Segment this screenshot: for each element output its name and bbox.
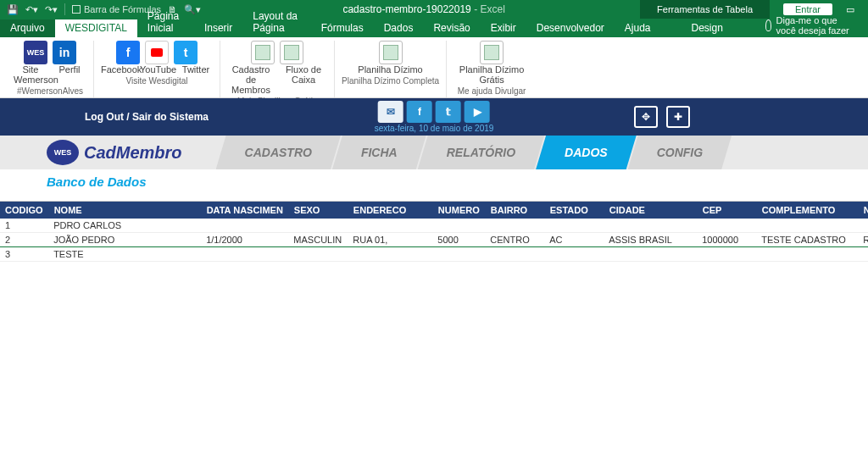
facebook-icon[interactable]: f bbox=[116, 41, 140, 64]
cell[interactable]: 2 bbox=[0, 233, 48, 247]
cell[interactable] bbox=[288, 219, 348, 233]
cell[interactable] bbox=[348, 219, 432, 233]
col-header[interactable]: CIDADE bbox=[604, 202, 697, 219]
sheet-icon[interactable] bbox=[280, 41, 303, 64]
cell[interactable]: CENTRO bbox=[485, 233, 544, 247]
section-title: Banco de Dados bbox=[0, 169, 868, 192]
cell[interactable] bbox=[544, 219, 604, 233]
tab-review[interactable]: Revisão bbox=[423, 19, 480, 37]
sheet-icon[interactable] bbox=[480, 41, 504, 64]
cell[interactable] bbox=[485, 247, 544, 262]
col-header[interactable]: NOME bbox=[48, 202, 201, 219]
cell[interactable]: RUA 01, bbox=[348, 233, 432, 247]
nav-tab-dados[interactable]: DADOS bbox=[536, 136, 637, 169]
cell[interactable] bbox=[697, 247, 756, 262]
tab-developer[interactable]: Desenvolvedor bbox=[526, 19, 615, 37]
linkedin-icon[interactable]: in bbox=[53, 41, 76, 64]
tell-me-box[interactable]: Diga-me o que você deseja fazer bbox=[754, 15, 868, 37]
sheet-icon[interactable] bbox=[379, 41, 403, 64]
table-row[interactable]: 3TESTE bbox=[0, 247, 868, 262]
cell[interactable] bbox=[858, 219, 868, 233]
tab-design[interactable]: Design bbox=[661, 19, 754, 37]
nav-tab-cadastro[interactable]: CADASTRO bbox=[216, 136, 341, 169]
cell[interactable]: ASSIS BRASIL bbox=[604, 233, 697, 247]
cell[interactable] bbox=[756, 247, 858, 262]
cell[interactable] bbox=[201, 247, 288, 262]
twitter-icon[interactable]: t bbox=[174, 41, 198, 64]
cell[interactable]: JOÃO PEDRO bbox=[48, 233, 201, 247]
cell[interactable]: RIO DE JA bbox=[858, 233, 868, 247]
table-row[interactable]: 2JOÃO PEDRO1/1/2000MASCULINRUA 01,5000CE… bbox=[0, 233, 868, 247]
cell[interactable] bbox=[348, 247, 432, 262]
tab-wesdigital[interactable]: WESDIGITAL bbox=[55, 19, 137, 37]
tab-file[interactable]: Arquivo bbox=[0, 19, 55, 37]
cell[interactable]: 1000000 bbox=[697, 233, 756, 247]
col-header[interactable]: ESTADO bbox=[544, 202, 604, 219]
nav-tab-relatório[interactable]: RELATÓRIO bbox=[418, 136, 544, 169]
col-header[interactable]: NUMERO bbox=[432, 202, 485, 219]
cell[interactable]: PDRO CARLOS bbox=[48, 219, 201, 233]
undo-icon[interactable]: ↶▾ bbox=[25, 4, 38, 15]
ribbon-caption: Planilha Dízimo Completa bbox=[342, 76, 439, 86]
ribbon-display-icon[interactable]: ▭ bbox=[846, 4, 854, 15]
col-header[interactable]: DATA NASCIMEN bbox=[201, 202, 288, 219]
youtube-icon[interactable]: ▶ bbox=[465, 101, 490, 123]
ribbon-label: Planilha Dízimo Grátis bbox=[453, 64, 530, 85]
table-row[interactable]: 1PDRO CARLOS bbox=[0, 219, 868, 233]
youtube-icon[interactable] bbox=[145, 41, 169, 64]
wes-site-icon[interactable]: WES bbox=[24, 41, 47, 64]
cell[interactable] bbox=[432, 219, 485, 233]
ribbon-group-dizimo: Planilha Dízimo Planilha Dízimo Completa bbox=[335, 41, 447, 97]
cell[interactable] bbox=[697, 219, 756, 233]
cell[interactable] bbox=[604, 219, 697, 233]
tab-view[interactable]: Exibir bbox=[481, 19, 526, 37]
cell[interactable]: AC bbox=[544, 233, 604, 247]
cell[interactable]: MASCULIN bbox=[288, 233, 348, 247]
cell[interactable]: 3 bbox=[0, 247, 48, 262]
nav-tab-config[interactable]: CONFIG bbox=[628, 136, 732, 169]
col-header[interactable]: CEP bbox=[697, 202, 756, 219]
quick-access-toolbar: 💾 ↶▾ ↷▾ Barra de Fórmulas 🗎 🔍▾ bbox=[0, 3, 208, 15]
tab-insert[interactable]: Inserir bbox=[194, 19, 242, 37]
nav-tab-ficha[interactable]: FICHA bbox=[332, 136, 426, 169]
cell[interactable] bbox=[201, 219, 288, 233]
sheet-icon[interactable] bbox=[251, 41, 275, 64]
col-header[interactable]: BAIRRO bbox=[485, 202, 544, 219]
move-icon[interactable]: ✥ bbox=[634, 106, 658, 128]
redo-icon[interactable]: ↷▾ bbox=[45, 4, 58, 15]
save-icon[interactable]: 💾 bbox=[7, 4, 19, 15]
ribbon-caption: Visite Wesdigital bbox=[126, 76, 188, 86]
new-sheet-icon[interactable]: 🗎 bbox=[168, 4, 177, 14]
cell[interactable]: 5000 bbox=[432, 233, 485, 247]
cell[interactable]: TESTE bbox=[48, 247, 201, 262]
col-header[interactable]: CODIGO bbox=[0, 202, 48, 219]
col-header[interactable]: COMPLEMENTO bbox=[756, 202, 858, 219]
col-header[interactable]: ENDERECO bbox=[348, 202, 432, 219]
tab-formulas[interactable]: Fórmulas bbox=[311, 19, 374, 37]
formula-bar-label: Barra de Fórmulas bbox=[84, 4, 161, 14]
cell[interactable]: TESTE CADASTRO bbox=[756, 233, 858, 247]
cell[interactable] bbox=[604, 247, 697, 262]
cell[interactable]: 1 bbox=[0, 219, 48, 233]
signin-button[interactable]: Entrar bbox=[783, 3, 832, 15]
twitter-icon[interactable]: 𝕥 bbox=[436, 101, 461, 123]
zoom-icon[interactable]: 🔍▾ bbox=[184, 4, 201, 15]
cell[interactable] bbox=[288, 247, 348, 262]
cell[interactable] bbox=[432, 247, 485, 262]
tab-data[interactable]: Dados bbox=[374, 19, 424, 37]
cell[interactable] bbox=[858, 247, 868, 262]
ribbon-label: Planilha Dízimo bbox=[353, 64, 429, 75]
col-header[interactable]: NATURA bbox=[858, 202, 868, 219]
tab-help[interactable]: Ajuda bbox=[615, 19, 661, 37]
add-icon[interactable]: ✚ bbox=[666, 106, 690, 128]
cell[interactable]: 1/1/2000 bbox=[201, 233, 288, 247]
cell[interactable] bbox=[544, 247, 604, 262]
facebook-icon[interactable]: f bbox=[407, 101, 432, 123]
cell[interactable] bbox=[485, 219, 544, 233]
tab-layout[interactable]: Layout da Página bbox=[242, 8, 310, 37]
formula-bar-checkbox[interactable] bbox=[72, 5, 81, 14]
mail-icon[interactable]: ✉ bbox=[378, 101, 403, 123]
logout-link[interactable]: Log Out / Sair do Sistema bbox=[85, 111, 209, 123]
cell[interactable] bbox=[756, 219, 858, 233]
col-header[interactable]: SEXO bbox=[288, 202, 348, 219]
